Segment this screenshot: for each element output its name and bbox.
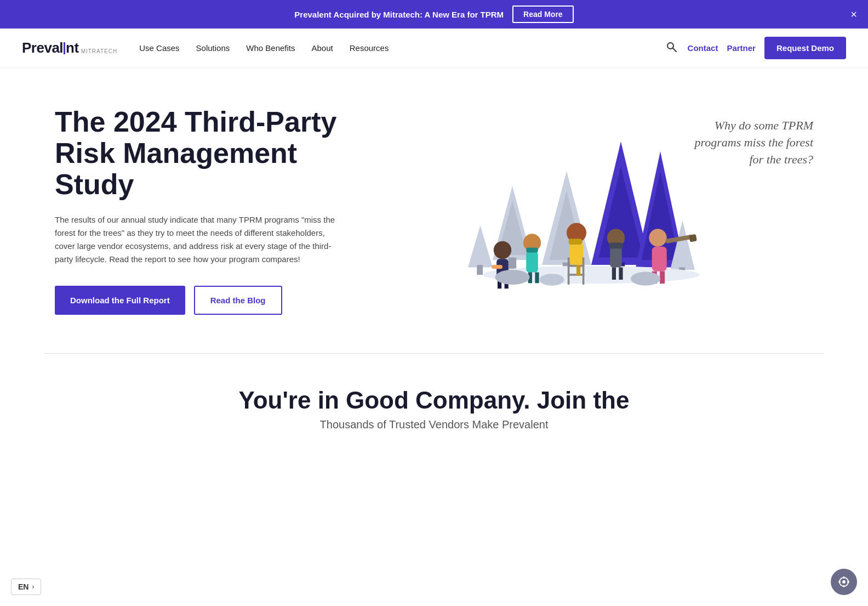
svg-point-48 [495,270,530,285]
svg-point-49 [540,274,564,286]
svg-rect-38 [610,247,622,268]
svg-rect-41 [619,268,623,280]
hero-illustration-area: Why do some TPRM programs miss the fores… [340,101,813,320]
banner-read-more-button[interactable]: Read More [512,5,574,23]
logo-text-post: nt [66,39,79,56]
nav-item-resources[interactable]: Resources [350,43,389,53]
svg-rect-32 [568,258,570,285]
read-blog-button[interactable]: Read the Blog [194,286,282,315]
banner-text: Prevalent Acquired by Mitratech: A New E… [294,10,504,19]
bottom-section: You're in Good Company. Join the Thousan… [0,354,868,442]
announcement-banner: Prevalent Acquired by Mitratech: A New E… [0,0,868,29]
nav-actions: Contact Partner Request Demo [664,37,846,59]
svg-rect-39 [609,243,623,249]
svg-rect-43 [652,247,667,271]
nav-item-solutions[interactable]: Solutions [196,43,230,53]
banner-close-button[interactable]: × [850,9,857,20]
logo-bar [64,42,65,54]
bottom-title: You're in Good Company. Join the [22,387,846,414]
hero-section: The 2024 Third-Party Risk Management Stu… [0,68,868,353]
svg-rect-28 [535,273,539,284]
svg-rect-45 [689,234,697,242]
download-report-button[interactable]: Download the Full Report [55,286,185,315]
svg-point-50 [631,272,660,286]
logo[interactable]: Preval nt MITRATECH [22,39,117,56]
svg-rect-30 [569,243,583,265]
hero-description: The results of our annual study indicate… [55,213,340,266]
hero-title: The 2024 Third-Party Risk Management Stu… [55,106,340,201]
nav-item-about[interactable]: About [312,43,333,53]
svg-rect-33 [583,258,585,285]
nav-item-who-benefits[interactable]: Who Benefits [246,43,295,53]
svg-rect-17 [477,265,483,275]
logo-text-pre: Preval [22,39,63,56]
svg-rect-47 [660,271,665,284]
svg-rect-36 [576,265,580,276]
svg-marker-16 [468,225,493,268]
svg-rect-40 [612,268,616,280]
svg-rect-26 [526,248,538,253]
nav-links: Use Cases Solutions Who Benefits About R… [139,43,663,53]
search-icon [666,41,677,52]
svg-rect-25 [526,252,538,273]
request-demo-button[interactable]: Request Demo [764,37,846,59]
nav-item-use-cases[interactable]: Use Cases [139,43,179,53]
hero-content: The 2024 Third-Party Risk Management Stu… [55,106,340,315]
search-button[interactable] [664,39,679,57]
bottom-subtitle: Thousands of Trusted Vendors Make Preval… [22,418,846,431]
svg-point-19 [494,241,511,259]
hero-illustration [450,112,703,309]
svg-line-1 [673,48,676,52]
nav-contact-link[interactable]: Contact [688,43,718,53]
svg-rect-35 [568,274,585,276]
svg-point-42 [649,229,666,246]
logo-sub: MITRATECH [81,48,118,54]
hero-tagline: Why do some TPRM programs miss the fores… [682,117,813,168]
hero-buttons: Download the Full Report Read the Blog [55,286,340,315]
svg-rect-31 [569,239,583,245]
svg-rect-34 [568,265,585,267]
nav-partner-link[interactable]: Partner [727,43,756,53]
main-navigation: Preval nt MITRATECH Use Cases Solutions … [0,29,868,68]
svg-rect-21 [492,265,502,269]
